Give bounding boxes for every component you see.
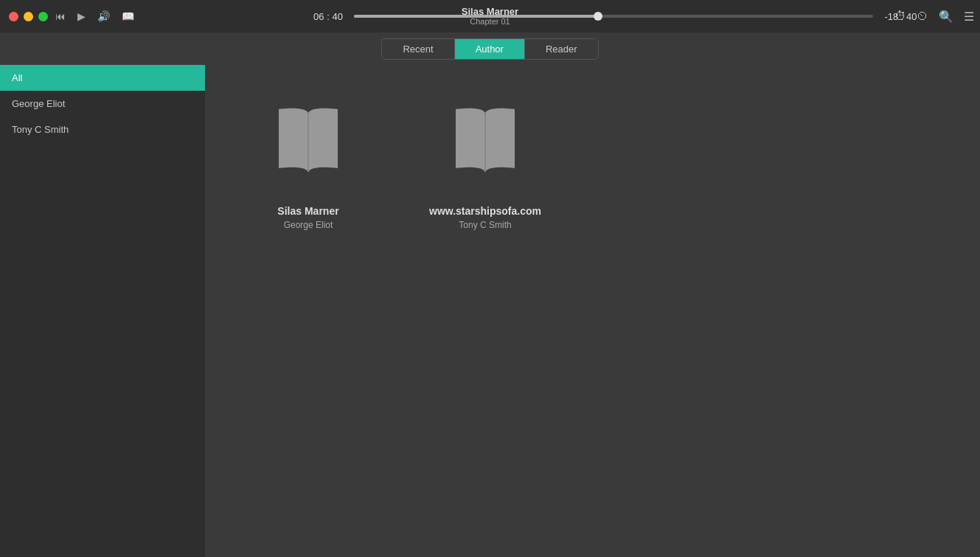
- sidebar-item-all[interactable]: All: [0, 65, 205, 91]
- main-layout: All George Eliot Tony C Smith Silas Marn…: [0, 65, 980, 557]
- traffic-lights: [9, 12, 48, 21]
- tab-reader[interactable]: Reader: [525, 39, 598, 59]
- speed-icon[interactable]: ⏱: [894, 10, 906, 23]
- volume-icon[interactable]: 🔊: [97, 10, 110, 22]
- content-area: Silas Marner George Eliot www.starshipso…: [205, 65, 980, 557]
- progress-fill: [354, 15, 598, 18]
- progress-bar[interactable]: [354, 15, 873, 18]
- book-cover-starshipsofa: [441, 94, 529, 190]
- sleep-timer-icon[interactable]: ⏲: [917, 10, 928, 23]
- close-button[interactable]: [9, 12, 18, 21]
- book-author-starshipsofa: Tony C Smith: [459, 220, 511, 230]
- progress-thumb: [594, 12, 602, 21]
- top-bar: ⏮ ▶ 🔊 📖 Silas Marner Chapter 01 06 : 40 …: [0, 0, 980, 32]
- tab-author[interactable]: Author: [455, 39, 525, 59]
- transport-controls: ⏮ ▶ 🔊 📖: [55, 10, 134, 22]
- book-card-starshipsofa[interactable]: www.starshipsofa.com Tony C Smith: [426, 94, 544, 230]
- tab-recent[interactable]: Recent: [382, 39, 454, 59]
- tab-group: Recent Author Reader: [381, 38, 598, 60]
- book-author-silas-marner: George Eliot: [284, 220, 333, 230]
- book-icon-starshipsofa: [448, 102, 522, 183]
- book-cover-silas-marner: [264, 94, 352, 190]
- minimize-button[interactable]: [24, 12, 33, 21]
- book-card-silas-marner[interactable]: Silas Marner George Eliot: [249, 94, 367, 230]
- tab-bar: Recent Author Reader: [0, 32, 980, 65]
- sidebar-item-tony-c-smith[interactable]: Tony C Smith: [0, 117, 205, 142]
- sidebar-item-george-eliot[interactable]: George Eliot: [0, 91, 205, 117]
- search-icon[interactable]: 🔍: [939, 10, 953, 24]
- top-right-icons: ⏱ ⏲ 🔍 ☰: [894, 10, 974, 24]
- book-title-starshipsofa: www.starshipsofa.com: [429, 205, 541, 217]
- current-time: 06 : 40: [310, 11, 347, 22]
- fullscreen-button[interactable]: [38, 12, 48, 21]
- book-icon-silas-marner: [271, 102, 345, 183]
- library-icon[interactable]: 📖: [122, 10, 134, 22]
- play-icon[interactable]: ▶: [77, 10, 86, 22]
- skip-back-icon[interactable]: ⏮: [55, 10, 66, 22]
- sidebar: All George Eliot Tony C Smith: [0, 65, 205, 557]
- playback-section: 06 : 40 -18 : 40: [310, 11, 921, 22]
- menu-icon[interactable]: ☰: [964, 10, 974, 24]
- book-title-silas-marner: Silas Marner: [277, 205, 338, 217]
